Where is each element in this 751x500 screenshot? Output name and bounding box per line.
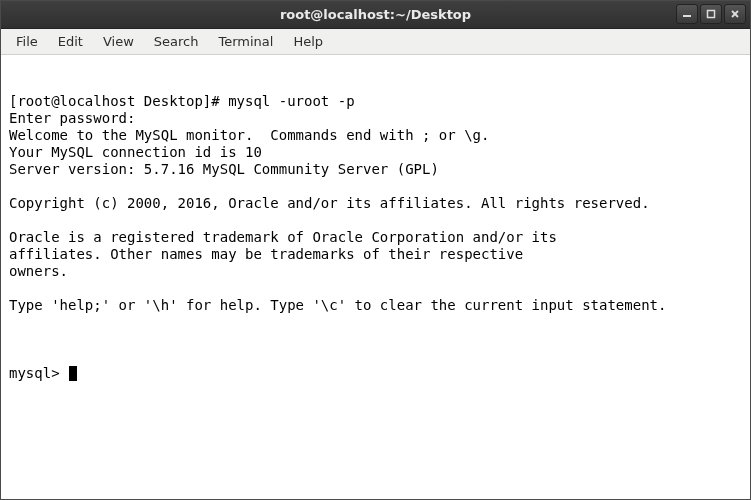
menu-view[interactable]: View: [94, 31, 143, 52]
terminal-line: [root@localhost Desktop]# mysql -uroot -…: [9, 93, 742, 110]
menu-search[interactable]: Search: [145, 31, 208, 52]
terminal-line: Welcome to the MySQL monitor. Commands e…: [9, 127, 742, 144]
cursor-block: [69, 366, 77, 381]
maximize-icon: [706, 9, 716, 19]
mysql-prompt: mysql>: [9, 365, 68, 382]
maximize-button[interactable]: [700, 4, 722, 24]
window-controls: [676, 4, 746, 24]
terminal-line: [9, 314, 742, 331]
minimize-icon: [682, 9, 692, 19]
terminal-line: Oracle is a registered trademark of Orac…: [9, 229, 742, 246]
terminal-line: Server version: 5.7.16 MySQL Community S…: [9, 161, 742, 178]
menubar: File Edit View Search Terminal Help: [1, 29, 750, 55]
window-title: root@localhost:~/Desktop: [280, 7, 471, 22]
svg-rect-1: [708, 11, 715, 18]
close-button[interactable]: [724, 4, 746, 24]
terminal-line: owners.: [9, 263, 742, 280]
terminal-line: [9, 178, 742, 195]
terminal-line: [9, 212, 742, 229]
terminal-line: Your MySQL connection id is 10: [9, 144, 742, 161]
terminal-window: root@localhost:~/Desktop File Edit View: [0, 0, 751, 500]
terminal-line: Type 'help;' or '\h' for help. Type '\c'…: [9, 297, 742, 314]
menu-edit[interactable]: Edit: [49, 31, 92, 52]
terminal-line: affiliates. Other names may be trademark…: [9, 246, 742, 263]
menu-file[interactable]: File: [7, 31, 47, 52]
titlebar: root@localhost:~/Desktop: [1, 1, 750, 29]
minimize-button[interactable]: [676, 4, 698, 24]
terminal-line: Copyright (c) 2000, 2016, Oracle and/or …: [9, 195, 742, 212]
terminal-output[interactable]: [root@localhost Desktop]# mysql -uroot -…: [1, 55, 750, 499]
terminal-line: Enter password:: [9, 110, 742, 127]
close-icon: [730, 9, 740, 19]
menu-terminal[interactable]: Terminal: [209, 31, 282, 52]
terminal-line: [9, 280, 742, 297]
menu-help[interactable]: Help: [284, 31, 332, 52]
